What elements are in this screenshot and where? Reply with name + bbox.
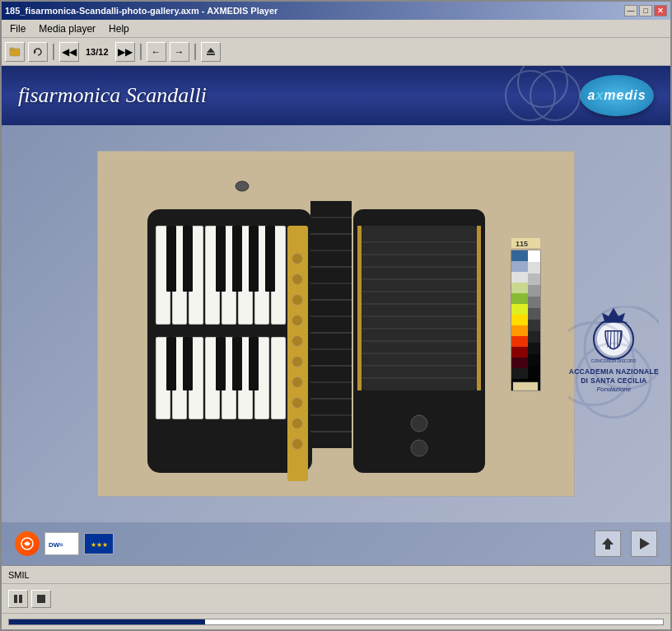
svg-rect-107 [528,366,540,378]
svg-rect-20 [216,226,226,292]
svg-rect-34 [216,337,226,390]
svg-rect-23 [265,226,275,292]
svg-rect-99 [528,273,540,285]
svg-rect-105 [528,343,540,354]
logo-text: axmedis [587,88,646,103]
svg-rect-109 [513,382,538,390]
svg-rect-97 [528,250,540,262]
next-button[interactable]: ▶▶ [115,42,135,62]
svg-rect-100 [528,285,540,297]
content-area: fisarmonica Scandalli axmedis [2,66,670,629]
svg-rect-33 [183,337,193,390]
bg-rings [568,306,659,422]
svg-point-78 [411,440,427,456]
svg-rect-93 [511,347,528,358]
title-bar: 185_fisarmonica-Scandalli-photo-gallery.… [2,2,670,20]
pause-button[interactable] [8,590,28,608]
open-button[interactable] [5,42,25,62]
svg-text:★★★: ★★★ [91,541,108,549]
eu-flag-icon: ★★★ [87,535,110,552]
svg-rect-130 [14,595,17,603]
logo-2-icon: DW≈ [47,535,77,552]
svg-rect-92 [511,336,528,347]
accademia-panel: CONCORDIA DISCORS ACCADEMIA NAZIONALE DI… [569,306,659,394]
svg-point-45 [292,398,302,408]
svg-rect-21 [232,226,242,292]
svg-rect-85 [511,261,528,272]
svg-point-113 [576,344,651,418]
bottom-action-buttons [595,531,657,557]
svg-marker-129 [640,538,650,549]
svg-rect-90 [511,315,528,325]
progress-track[interactable] [8,619,664,625]
status-label: SMIL [8,570,30,580]
prev-button[interactable]: ◀◀ [59,42,79,62]
svg-point-110 [236,181,249,191]
svg-rect-48 [310,201,352,448]
svg-point-43 [292,357,302,367]
playback-bar [2,583,670,613]
play-icon [637,536,651,551]
menu-bar: File Media player Help [2,20,670,38]
svg-marker-128 [602,538,614,549]
svg-rect-4 [207,54,215,55]
partner-logo-2: DW≈ [44,532,79,555]
svg-point-44 [292,377,302,387]
menu-media-player[interactable]: Media player [34,21,100,36]
svg-point-41 [292,316,302,325]
menu-help[interactable]: Help [104,21,134,36]
stop-icon [36,594,46,604]
svg-rect-101 [528,297,540,308]
play-action-button[interactable] [631,531,657,557]
svg-rect-102 [528,308,540,320]
svg-rect-18 [166,226,176,292]
back-nav-button[interactable]: ← [147,42,166,62]
window-title: 185_fisarmonica-Scandalli-photo-gallery.… [5,6,278,16]
svg-rect-131 [19,595,22,603]
bottom-bar: DW≈ ★★★ [2,522,670,565]
eu-flag: ★★★ [84,533,114,554]
refresh-button[interactable] [28,42,48,62]
svg-rect-32 [166,337,176,390]
toolbar-separator-2 [140,44,142,60]
svg-rect-84 [511,250,528,261]
forward-nav-button[interactable]: → [170,42,189,62]
maximize-button[interactable]: □ [639,5,652,16]
page-counter: 13/12 [82,47,112,57]
svg-point-42 [292,336,302,346]
upload-button[interactable] [595,531,621,557]
svg-rect-104 [528,331,540,343]
toolbar: ◀◀ 13/12 ▶▶ ← → [2,38,670,66]
svg-point-39 [292,274,302,284]
svg-rect-22 [249,226,259,292]
menu-file[interactable]: File [5,21,30,36]
progress-area [2,613,670,629]
svg-text:115: 115 [516,240,528,248]
svg-marker-3 [207,48,215,53]
svg-rect-88 [511,293,528,304]
svg-rect-98 [528,262,540,273]
progress-fill [9,619,205,624]
photo-frame: 115 [97,151,575,497]
accordion-photo: 115 [98,152,574,496]
pause-icon [13,594,23,604]
svg-rect-31 [271,337,286,419]
window-controls: — □ ✕ [624,5,667,16]
svg-rect-80 [477,226,481,390]
banner-title: fisarmonica Scandalli [18,83,207,108]
close-button[interactable]: ✕ [654,5,667,16]
minimize-button[interactable]: — [624,5,637,16]
player-area: fisarmonica Scandalli axmedis [2,66,670,565]
stop-button[interactable] [31,590,51,608]
svg-rect-1 [10,48,14,50]
rings-decoration [497,66,596,125]
toolbar-separator-3 [194,44,196,60]
main-window: 185_fisarmonica-Scandalli-photo-gallery.… [0,0,672,631]
svg-point-38 [292,254,302,264]
svg-point-47 [292,439,302,449]
photo-container: 115 [2,125,670,522]
status-bar: SMIL [2,565,670,583]
svg-point-40 [292,295,302,305]
svg-rect-132 [37,595,45,603]
eject-button[interactable] [201,42,221,62]
